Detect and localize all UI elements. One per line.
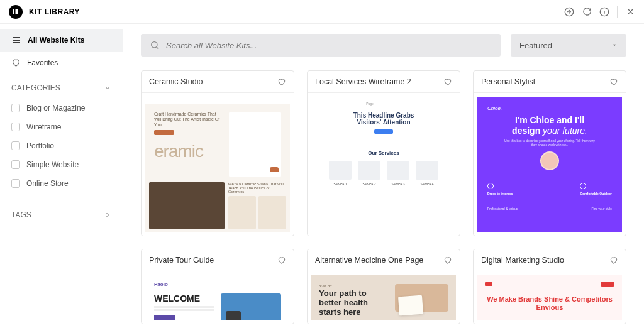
svg-rect-2: [16, 11, 19, 13]
kit-preview: 60% off Your path to better health start…: [311, 275, 456, 320]
chevron-right-icon: [104, 211, 111, 219]
kit-title: Digital Marketing Studio: [481, 256, 564, 265]
categories-toggle[interactable]: CATEGORIES: [0, 74, 123, 99]
kit-preview: We Make Brands Shine & Competitors Envio…: [477, 275, 622, 320]
kit-preview: Chloe. I'm Chloe and I'lldesign your fut…: [477, 97, 622, 232]
favorite-button[interactable]: [609, 256, 618, 265]
caret-down-icon: [611, 42, 618, 48]
filter-wireframe[interactable]: Wireframe: [0, 118, 123, 136]
info-icon[interactable]: [599, 7, 609, 17]
favorite-button[interactable]: [277, 256, 286, 265]
svg-point-6: [152, 42, 157, 48]
kit-preview: Craft Handmade Ceramics That Will Bring …: [145, 97, 290, 232]
search-input[interactable]: [166, 41, 492, 50]
sort-dropdown[interactable]: Featured: [511, 34, 626, 57]
section-label: TAGS: [11, 210, 31, 219]
kit-card[interactable]: Ceramic Studio Craft Handmade Ceramics T…: [141, 70, 294, 236]
heart-icon: [11, 58, 21, 67]
svg-rect-3: [16, 13, 19, 14]
page-title: KIT LIBRARY: [29, 8, 80, 16]
favorite-button[interactable]: [609, 77, 618, 86]
sidebar-item-label: Favorites: [27, 58, 58, 67]
favorite-button[interactable]: [277, 77, 286, 86]
checkbox[interactable]: [11, 179, 20, 188]
favorite-button[interactable]: [443, 77, 452, 86]
list-icon: [11, 35, 21, 45]
kit-card[interactable]: Alternative Medicine One Page 60% off Yo…: [307, 249, 460, 324]
close-icon[interactable]: [625, 7, 635, 17]
kit-title: Ceramic Studio: [149, 77, 203, 86]
kit-card[interactable]: Private Tour Guide Paolo WELCOME: [141, 249, 294, 324]
favorite-button[interactable]: [443, 256, 452, 265]
kit-preview: Page———— This Headline Grabs Visitors' A…: [311, 97, 456, 232]
section-label: CATEGORIES: [11, 84, 60, 92]
sidebar-item-label: All Website Kits: [28, 36, 84, 45]
refresh-icon[interactable]: [582, 7, 592, 17]
kit-preview: Paolo WELCOME: [145, 275, 290, 320]
kit-card[interactable]: Local Services Wireframe 2 Page———— This…: [307, 70, 460, 236]
filter-portfolio[interactable]: Portfolio: [0, 136, 123, 155]
divider: [617, 6, 618, 18]
checkbox[interactable]: [11, 104, 20, 112]
sidebar-item-all[interactable]: All Website Kits: [0, 29, 123, 52]
tags-toggle[interactable]: TAGS: [0, 200, 123, 226]
kit-title: Alternative Medicine One Page: [315, 256, 423, 265]
chevron-down-icon: [104, 84, 111, 92]
sort-label: Featured: [519, 41, 552, 50]
avatar: [540, 151, 559, 170]
kit-title: Private Tour Guide: [149, 256, 214, 265]
upload-icon[interactable]: [564, 7, 574, 17]
elementor-logo: [9, 5, 23, 19]
kit-title: Personal Stylist: [481, 77, 535, 86]
sidebar-item-favorites[interactable]: Favorites: [0, 52, 123, 74]
kit-card[interactable]: Personal Stylist Chloe. I'm Chloe and I'…: [473, 70, 626, 236]
checkbox[interactable]: [11, 160, 20, 169]
search-box[interactable]: [141, 34, 501, 57]
filter-blog[interactable]: Blog or Magazine: [0, 99, 123, 118]
checkbox[interactable]: [11, 141, 20, 150]
checkbox[interactable]: [11, 123, 20, 131]
sidebar: All Website Kits Favorites CATEGORIES Bl…: [0, 24, 123, 328]
svg-rect-1: [16, 9, 19, 11]
kit-card[interactable]: Digital Marketing Studio We Make Brands …: [473, 249, 626, 324]
filter-simple[interactable]: Simple Website: [0, 155, 123, 174]
svg-rect-0: [13, 9, 14, 14]
search-icon: [150, 40, 160, 50]
kit-title: Local Services Wireframe 2: [315, 77, 411, 86]
filter-store[interactable]: Online Store: [0, 174, 123, 193]
